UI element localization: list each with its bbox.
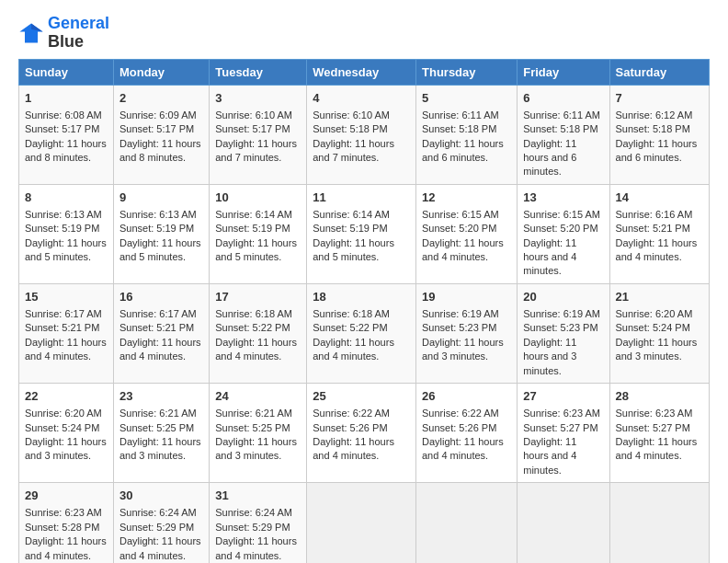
sunset-label: Sunset: 5:21 PM — [25, 322, 99, 333]
day-number: 23 — [119, 388, 203, 405]
sunrise-label: Sunrise: 6:20 AM — [616, 308, 693, 319]
sunset-label: Sunset: 5:17 PM — [215, 123, 290, 134]
day-number: 31 — [215, 488, 301, 504]
day-number: 29 — [25, 488, 108, 504]
calendar-week-row: 29Sunrise: 6:23 AMSunset: 5:28 PMDayligh… — [19, 483, 710, 563]
daylight-label: Daylight: 11 hours and 8 minutes. — [25, 138, 107, 163]
sunrise-label: Sunrise: 6:10 AM — [313, 109, 390, 121]
day-number: 20 — [523, 289, 603, 305]
daylight-label: Daylight: 11 hours and 4 minutes. — [25, 337, 107, 362]
daylight-label: Daylight: 11 hours and 3 minutes. — [523, 337, 576, 376]
sunrise-label: Sunrise: 6:15 AM — [523, 209, 600, 220]
sunset-label: Sunset: 5:18 PM — [313, 123, 387, 134]
sunrise-label: Sunrise: 6:14 AM — [215, 209, 292, 220]
sunrise-label: Sunrise: 6:18 AM — [313, 308, 390, 319]
day-number: 9 — [119, 190, 203, 206]
calendar-cell: 17Sunrise: 6:18 AMSunset: 5:22 PMDayligh… — [210, 283, 307, 383]
day-number: 16 — [119, 289, 203, 305]
daylight-label: Daylight: 11 hours and 4 minutes. — [422, 237, 504, 262]
sunset-label: Sunset: 5:19 PM — [215, 223, 290, 234]
logo-icon — [18, 20, 44, 46]
calendar-cell: 30Sunrise: 6:24 AMSunset: 5:29 PMDayligh… — [113, 483, 209, 563]
daylight-label: Daylight: 11 hours and 4 minutes. — [523, 237, 576, 277]
daylight-label: Daylight: 11 hours and 4 minutes. — [313, 337, 394, 362]
day-number: 4 — [313, 90, 410, 107]
sunset-label: Sunset: 5:29 PM — [215, 522, 290, 533]
sunrise-label: Sunrise: 6:24 AM — [215, 507, 292, 518]
sunrise-label: Sunrise: 6:19 AM — [422, 308, 499, 319]
sunset-label: Sunset: 5:24 PM — [25, 422, 99, 433]
day-number: 5 — [422, 90, 511, 107]
column-header-wednesday: Wednesday — [307, 59, 416, 85]
column-header-monday: Monday — [113, 59, 209, 85]
sunset-label: Sunset: 5:18 PM — [616, 123, 690, 134]
calendar-cell: 21Sunrise: 6:20 AMSunset: 5:24 PMDayligh… — [609, 283, 709, 383]
daylight-label: Daylight: 11 hours and 4 minutes. — [616, 436, 698, 461]
calendar-cell: 22Sunrise: 6:20 AMSunset: 5:24 PMDayligh… — [19, 384, 114, 483]
sunset-label: Sunset: 5:21 PM — [616, 223, 690, 234]
logo-text: GeneralBlue — [48, 15, 109, 52]
calendar-cell: 18Sunrise: 6:18 AMSunset: 5:22 PMDayligh… — [307, 283, 416, 383]
sunrise-label: Sunrise: 6:23 AM — [616, 408, 693, 419]
daylight-label: Daylight: 11 hours and 4 minutes. — [523, 436, 576, 476]
calendar-cell: 5Sunrise: 6:11 AMSunset: 5:18 PMDaylight… — [416, 85, 518, 184]
sunset-label: Sunset: 5:18 PM — [422, 123, 496, 134]
sunrise-label: Sunrise: 6:11 AM — [523, 109, 600, 121]
day-number: 1 — [25, 90, 108, 107]
sunrise-label: Sunrise: 6:18 AM — [215, 308, 292, 319]
sunset-label: Sunset: 5:21 PM — [119, 322, 194, 333]
day-number: 3 — [215, 90, 301, 107]
daylight-label: Daylight: 11 hours and 5 minutes. — [119, 237, 201, 262]
daylight-label: Daylight: 11 hours and 3 minutes. — [25, 436, 107, 461]
daylight-label: Daylight: 11 hours and 4 minutes. — [215, 337, 297, 362]
day-number: 7 — [616, 90, 703, 107]
sunrise-label: Sunrise: 6:12 AM — [616, 109, 693, 121]
daylight-label: Daylight: 11 hours and 6 minutes. — [422, 138, 504, 163]
sunset-label: Sunset: 5:19 PM — [119, 223, 194, 234]
calendar-cell — [609, 483, 709, 563]
day-number: 18 — [313, 289, 410, 305]
sunrise-label: Sunrise: 6:14 AM — [313, 209, 390, 220]
calendar-cell: 9Sunrise: 6:13 AMSunset: 5:19 PMDaylight… — [113, 184, 209, 283]
daylight-label: Daylight: 11 hours and 5 minutes. — [25, 237, 107, 262]
day-number: 14 — [616, 190, 703, 206]
daylight-label: Daylight: 11 hours and 6 minutes. — [616, 138, 698, 163]
sunrise-label: Sunrise: 6:09 AM — [119, 109, 197, 121]
sunset-label: Sunset: 5:25 PM — [215, 422, 290, 433]
sunset-label: Sunset: 5:29 PM — [119, 522, 194, 533]
column-header-sunday: Sunday — [19, 59, 114, 85]
calendar-cell: 6Sunrise: 6:11 AMSunset: 5:18 PMDaylight… — [518, 85, 609, 184]
logo: GeneralBlue — [18, 15, 109, 52]
calendar-cell: 27Sunrise: 6:23 AMSunset: 5:27 PMDayligh… — [518, 384, 609, 483]
daylight-label: Daylight: 11 hours and 3 minutes. — [119, 436, 201, 461]
day-number: 27 — [523, 388, 603, 405]
calendar-cell: 26Sunrise: 6:22 AMSunset: 5:26 PMDayligh… — [416, 384, 518, 483]
daylight-label: Daylight: 11 hours and 7 minutes. — [313, 138, 394, 163]
calendar-cell: 20Sunrise: 6:19 AMSunset: 5:23 PMDayligh… — [518, 283, 609, 383]
column-header-thursday: Thursday — [416, 59, 518, 85]
calendar-week-row: 22Sunrise: 6:20 AMSunset: 5:24 PMDayligh… — [19, 384, 710, 483]
calendar-cell: 1Sunrise: 6:08 AMSunset: 5:17 PMDaylight… — [19, 85, 114, 184]
day-number: 8 — [25, 190, 108, 206]
daylight-label: Daylight: 11 hours and 3 minutes. — [215, 436, 297, 461]
calendar-week-row: 8Sunrise: 6:13 AMSunset: 5:19 PMDaylight… — [19, 184, 710, 283]
sunrise-label: Sunrise: 6:23 AM — [25, 507, 102, 518]
sunset-label: Sunset: 5:17 PM — [119, 123, 194, 134]
calendar-cell: 15Sunrise: 6:17 AMSunset: 5:21 PMDayligh… — [19, 283, 114, 383]
sunset-label: Sunset: 5:26 PM — [422, 422, 496, 433]
daylight-label: Daylight: 11 hours and 5 minutes. — [215, 237, 297, 262]
day-number: 22 — [25, 388, 108, 405]
calendar-table: SundayMondayTuesdayWednesdayThursdayFrid… — [18, 59, 710, 563]
sunrise-label: Sunrise: 6:17 AM — [119, 308, 197, 319]
calendar-cell — [307, 483, 416, 563]
sunrise-label: Sunrise: 6:13 AM — [25, 209, 102, 220]
day-number: 15 — [25, 289, 108, 305]
calendar-cell — [416, 483, 518, 563]
day-number: 26 — [422, 388, 511, 405]
calendar-cell: 23Sunrise: 6:21 AMSunset: 5:25 PMDayligh… — [113, 384, 209, 483]
sunrise-label: Sunrise: 6:19 AM — [523, 308, 600, 319]
daylight-label: Daylight: 11 hours and 4 minutes. — [119, 337, 201, 362]
sunrise-label: Sunrise: 6:10 AM — [215, 109, 292, 121]
day-number: 10 — [215, 190, 301, 206]
sunrise-label: Sunrise: 6:20 AM — [25, 408, 102, 419]
